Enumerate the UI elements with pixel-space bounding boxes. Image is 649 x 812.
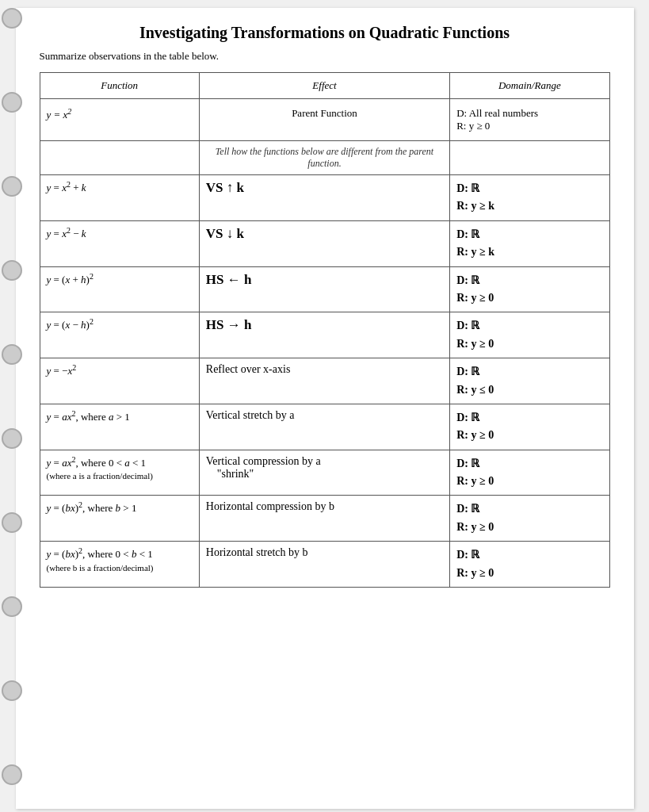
parent-effect-cell: Parent Function <box>199 99 449 141</box>
row-i-effect: Horizontal stretch by b <box>199 542 449 588</box>
row-e: y = −x2 Reflect over x-axis D: ℝ R: y ≤ … <box>40 358 609 404</box>
instruction-effect-cell: Tell how the functions below are differe… <box>199 141 449 175</box>
row-c-domain: D: ℝ R: y ≥ 0 <box>450 266 609 312</box>
spiral-9 <box>2 680 22 701</box>
row-a-effect: VS ↑ k <box>199 175 449 221</box>
row-c-effect-text: HS ← h <box>206 272 252 287</box>
parent-effect-text: Parent Function <box>292 107 357 119</box>
header-effect: Effect <box>199 73 449 99</box>
subtitle: Summarize observations in the table belo… <box>40 50 610 63</box>
row-e-function: y = −x2 <box>40 358 199 404</box>
row-e-effect: Reflect over x-axis <box>199 358 449 404</box>
row-a-function: y = x2 + k <box>40 175 199 221</box>
spiral-7 <box>2 512 22 533</box>
row-d-domain: D: ℝ R: y ≥ 0 <box>450 312 609 358</box>
parent-function-cell: y = x2 <box>40 99 199 141</box>
row-f-effect: Vertical stretch by a <box>199 404 449 450</box>
spiral-8 <box>2 596 22 617</box>
row-d: y = (x − h)2 HS → h D: ℝ R: y ≥ 0 <box>40 312 609 358</box>
row-e-domain: D: ℝ R: y ≤ 0 <box>450 358 609 404</box>
row-f: y = ax2, where a > 1 Vertical stretch by… <box>40 404 609 450</box>
row-c-function: y = (x + h)2 <box>40 266 199 312</box>
row-i: y = (bx)2, where 0 < b < 1 (where b is a… <box>40 542 609 588</box>
spiral-1 <box>2 8 22 29</box>
parent-domain-text: D: All real numbers <box>456 107 538 119</box>
row-h: y = (bx)2, where b > 1 Horizontal compre… <box>40 496 609 542</box>
page-title: Investigating Transformations on Quadrat… <box>40 24 610 42</box>
row-b: y = x2 − k VS ↓ k D: ℝ R: y ≥ k <box>40 220 609 266</box>
spiral-6 <box>2 428 22 449</box>
header-function: Function <box>40 73 199 99</box>
row-b-effect: VS ↓ k <box>199 220 449 266</box>
parent-domain-cell: D: All real numbers R: y ≥ 0 <box>450 99 609 141</box>
spiral-5 <box>2 344 22 365</box>
row-g: y = ax2, where 0 < a < 1 (where a is a f… <box>40 450 609 496</box>
page: Investigating Transformations on Quadrat… <box>16 8 634 809</box>
parent-function-formula: y = x2 <box>47 109 72 121</box>
instruction-row: Tell how the functions below are differe… <box>40 141 609 175</box>
spiral-binding <box>2 8 22 812</box>
row-e-effect-text: Reflect over x-axis <box>206 363 291 375</box>
row-d-function: y = (x − h)2 <box>40 312 199 358</box>
instruction-function-cell <box>40 141 199 175</box>
row-g-domain: D: ℝ R: y ≥ 0 <box>450 450 609 496</box>
row-h-effect-text: Horizontal compression by b <box>206 500 334 512</box>
row-a-effect-text: VS ↑ k <box>206 180 244 195</box>
row-g-effect: Vertical compression by a "shrink" <box>199 450 449 496</box>
row-f-function: y = ax2, where a > 1 <box>40 404 199 450</box>
row-c: y = (x + h)2 HS ← h D: ℝ R: y ≥ 0 <box>40 266 609 312</box>
row-i-domain: D: ℝ R: y ≥ 0 <box>450 542 609 588</box>
spiral-10 <box>2 764 22 785</box>
row-g-function: y = ax2, where 0 < a < 1 (where a is a f… <box>40 450 199 496</box>
row-i-effect-text: Horizontal stretch by b <box>206 546 308 558</box>
parent-range-text: R: y ≥ 0 <box>456 120 490 132</box>
row-d-effect: HS → h <box>199 312 449 358</box>
row-h-function: y = (bx)2, where b > 1 <box>40 496 199 542</box>
row-f-effect-text: Vertical stretch by a <box>206 409 295 421</box>
instruction-domain-cell <box>450 141 609 175</box>
row-a: y = x2 + k VS ↑ k D: ℝ R: y ≥ k <box>40 175 609 221</box>
instruction-text: Tell how the functions below are differe… <box>216 146 433 169</box>
row-i-function: y = (bx)2, where 0 < b < 1 (where b is a… <box>40 542 199 588</box>
spiral-3 <box>2 176 22 197</box>
header-domain: Domain/Range <box>450 73 609 99</box>
parent-function-row: y = x2 Parent Function D: All real numbe… <box>40 99 609 141</box>
table-header-row: Function Effect Domain/Range <box>40 73 609 99</box>
row-b-domain: D: ℝ R: y ≥ k <box>450 220 609 266</box>
row-f-domain: D: ℝ R: y ≥ 0 <box>450 404 609 450</box>
row-g-effect-text: Vertical compression by a "shrink" <box>206 455 321 480</box>
row-c-effect: HS ← h <box>199 266 449 312</box>
row-b-function: y = x2 − k <box>40 220 199 266</box>
row-h-effect: Horizontal compression by b <box>199 496 449 542</box>
spiral-2 <box>2 92 22 113</box>
spiral-4 <box>2 260 22 281</box>
row-d-effect-text: HS → h <box>206 317 252 332</box>
row-b-effect-text: VS ↓ k <box>206 226 244 241</box>
transformations-table: Function Effect Domain/Range y = x2 Pare… <box>40 72 610 588</box>
row-h-domain: D: ℝ R: y ≥ 0 <box>450 496 609 542</box>
row-a-domain: D: ℝ R: y ≥ k <box>450 175 609 221</box>
